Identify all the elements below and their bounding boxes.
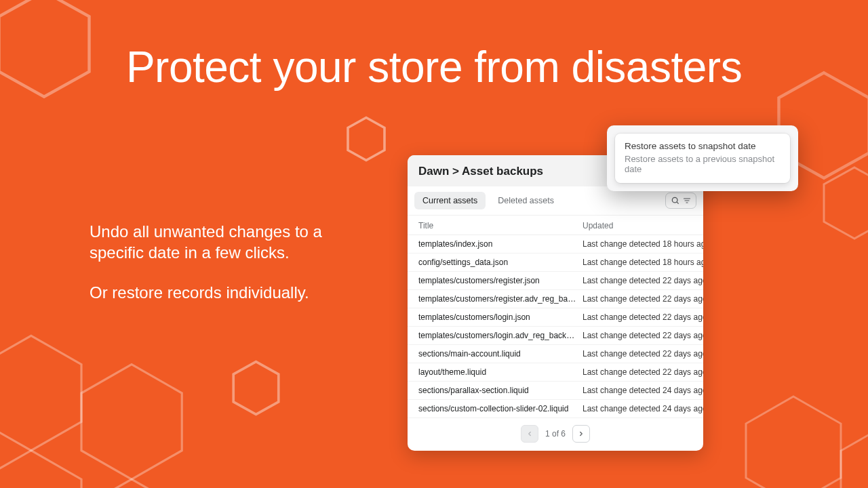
cell-title: sections/main-account.liquid — [418, 349, 583, 359]
table-row[interactable]: templates/index.jsonLast change detected… — [408, 235, 703, 253]
search-filter-button[interactable] — [665, 192, 696, 209]
table-row[interactable]: config/settings_data.jsonLast change det… — [408, 253, 703, 272]
hexagon-decoration — [821, 164, 868, 242]
cell-title: sections/custom-collection-slider-02.liq… — [418, 404, 583, 413]
cell-updated: Last change detected 18 hours ago — [583, 239, 692, 249]
svg-marker-3 — [824, 167, 868, 239]
pager-text: 1 of 6 — [545, 429, 566, 439]
search-icon — [671, 196, 680, 205]
table-row[interactable]: sections/parallax-section.liquidLast cha… — [408, 382, 703, 400]
svg-point-12 — [672, 197, 677, 203]
svg-marker-9 — [746, 396, 841, 488]
table-row[interactable]: templates/customers/register.adv_reg_bac… — [408, 290, 703, 308]
table-row[interactable]: sections/main-account.liquidLast change … — [408, 345, 703, 363]
chevron-right-icon — [578, 430, 585, 438]
asset-backups-panel: Dawn > Asset backups Current assets Dele… — [408, 155, 703, 451]
tooltip-title: Restore assets to snapshot date — [625, 141, 781, 151]
pager-next-button[interactable] — [572, 425, 590, 443]
filter-icon — [683, 197, 691, 205]
tab-deleted-assets[interactable]: Deleted assets — [490, 192, 562, 209]
cell-updated: Last change detected 22 days ago — [583, 331, 692, 340]
pagination: 1 of 6 — [408, 418, 703, 451]
cell-title: templates/customers/login.json — [418, 312, 583, 322]
hexagon-decoration — [346, 115, 387, 163]
svg-marker-1 — [348, 118, 384, 161]
cell-updated: Last change detected 22 days ago — [583, 312, 692, 322]
table-header: Title Updated — [408, 216, 703, 235]
restore-snapshot-option[interactable]: Restore assets to snapshot date Restore … — [615, 134, 790, 183]
description: Undo all unwanted changes to a specific … — [90, 221, 374, 304]
pager-prev-button[interactable] — [521, 425, 538, 443]
column-header-title: Title — [418, 221, 583, 230]
table-row[interactable]: templates/customers/login.jsonLast chang… — [408, 308, 703, 327]
svg-marker-10 — [841, 424, 868, 488]
cell-title: templates/customers/register.json — [418, 276, 583, 285]
cell-updated: Last change detected 22 days ago — [583, 349, 692, 359]
cell-title: templates/customers/register.adv_reg_bac… — [418, 294, 583, 304]
cell-updated: Last change detected 22 days ago — [583, 294, 692, 304]
table-row[interactable]: layout/theme.liquidLast change detected … — [408, 363, 703, 382]
cell-title: config/settings_data.json — [418, 258, 583, 267]
cell-title: sections/parallax-section.liquid — [418, 386, 583, 395]
cell-updated: Last change detected 22 days ago — [583, 276, 692, 285]
tab-current-assets[interactable]: Current assets — [414, 192, 486, 209]
cell-title: layout/theme.liquid — [418, 367, 583, 377]
column-header-updated: Updated — [583, 221, 692, 230]
table-row[interactable]: templates/customers/login.adv_reg_backup… — [408, 327, 703, 345]
asset-table: templates/index.jsonLast change detected… — [408, 235, 703, 418]
svg-marker-6 — [81, 365, 182, 479]
svg-marker-5 — [0, 336, 81, 450]
cell-updated: Last change detected 24 days ago — [583, 386, 692, 395]
restore-snapshot-tooltip: Restore assets to snapshot date Restore … — [607, 125, 798, 191]
table-row[interactable]: sections/custom-collection-slider-02.liq… — [408, 400, 703, 418]
svg-marker-4 — [233, 362, 279, 415]
chevron-left-icon — [526, 430, 533, 438]
hexagon-decoration — [0, 332, 190, 488]
cell-updated: Last change detected 22 days ago — [583, 367, 692, 377]
svg-line-13 — [677, 202, 679, 204]
svg-marker-8 — [81, 479, 182, 488]
table-row[interactable]: templates/customers/register.jsonLast ch… — [408, 272, 703, 290]
svg-marker-7 — [0, 451, 81, 488]
tooltip-subtitle: Restore assets to a previous snapshot da… — [625, 154, 781, 174]
cell-title: templates/index.json — [418, 239, 583, 249]
description-line: Or restore records individually. — [90, 282, 374, 303]
headline: Protect your store from disasters — [0, 42, 868, 92]
cell-updated: Last change detected 18 hours ago — [583, 258, 692, 267]
description-line: Undo all unwanted changes to a specific … — [90, 221, 374, 263]
cell-updated: Last change detected 24 days ago — [583, 404, 692, 413]
hexagon-decoration — [739, 393, 868, 488]
cell-title: templates/customers/login.adv_reg_backup… — [418, 331, 583, 340]
hexagon-decoration — [231, 359, 281, 417]
